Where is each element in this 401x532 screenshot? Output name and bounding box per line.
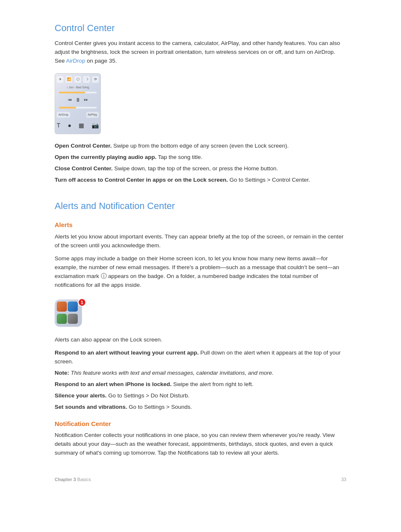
alerts-body-3: Alerts can also appear on the Lock scree… xyxy=(55,336,346,344)
notification-center-body: Notification Center collects your notifi… xyxy=(55,431,346,458)
folder-app-2 xyxy=(68,302,78,312)
cc-prev-btn: ⏮ xyxy=(68,97,72,103)
alerts-instruction-4: Set sounds and vibrations. Go to Setting… xyxy=(55,403,346,412)
page-footer: Chapter 3 Basics 33 xyxy=(0,476,401,483)
alerts-body-1: Alerts let you know about important even… xyxy=(55,233,346,250)
alerts-instruction-3: Silence your alerts. Go to Settings > Do… xyxy=(55,392,346,400)
cc-instruction-3: Close Control Center. Swipe down, tap th… xyxy=(55,164,346,173)
badge-folder-mockup: 1 xyxy=(55,299,85,330)
cc-instruction-1-bold: Open Control Center. xyxy=(55,143,112,149)
folder-app-4 xyxy=(68,314,78,324)
exclamation-mark: ⓘ xyxy=(101,273,108,279)
control-center-instructions: Open Control Center. Swipe up from the b… xyxy=(55,142,346,185)
cc-instruction-3-text: Swipe down, tap the top of the screen, o… xyxy=(114,165,278,172)
control-center-intro: Control Center gives you instant access … xyxy=(55,39,346,66)
cc-instruction-2-text: Tap the song title. xyxy=(158,154,203,160)
cc-transport-controls: ⏮ ⏸ ⏭ xyxy=(68,96,88,104)
alerts-instruction-2-bold: Respond to an alert when iPhone is locke… xyxy=(55,381,171,387)
cc-airplay-btn: AirPlay xyxy=(86,112,99,118)
cc-airdrop-btn: AirDrop xyxy=(57,112,70,118)
cc-instruction-1-text: Swipe up from the bottom edge of any scr… xyxy=(113,143,289,149)
cc-dnd-icon: ☽ xyxy=(83,76,90,83)
footer-chapter-name: Basics xyxy=(77,477,91,482)
intro-text-part2: on page 35. xyxy=(87,58,117,64)
cc-rot-icon: ⟳ xyxy=(92,76,99,83)
alerts-instruction-4-text: Go to Settings > Sounds. xyxy=(129,404,192,410)
control-center-title: Control Center xyxy=(55,21,346,35)
alerts-instruction-2: Respond to an alert when iPhone is locke… xyxy=(55,380,346,389)
alerts-instruction-1: Respond to an alert without leaving your… xyxy=(55,349,346,366)
cc-bottom-icons: T ● ▦ 📷 xyxy=(57,121,99,130)
alerts-instruction-4-bold: Set sounds and vibrations. xyxy=(55,404,127,410)
cc-camera-icon: 📷 xyxy=(92,121,99,130)
alerts-notification-section: Alerts and Notification Center Alerts Al… xyxy=(55,199,346,458)
page-container: Control Center Control Center gives you … xyxy=(0,0,401,495)
cc-instruction-3-bold: Close Control Center. xyxy=(55,165,113,172)
alerts-body-2: Some apps may include a badge on their H… xyxy=(55,254,346,290)
alerts-instruction-2-text: Swipe the alert from right to left. xyxy=(173,381,253,387)
cc-instruction-4: Turn off access to Control Center in app… xyxy=(55,176,346,185)
cc-flashlight-icon: T xyxy=(57,121,61,130)
alerts-note-text: This feature works with text and email m… xyxy=(71,370,273,376)
cc-brightness-slider xyxy=(59,92,97,93)
badge-number: 1 xyxy=(78,298,86,307)
cc-clock-icon: ● xyxy=(68,121,71,130)
cc-play-btn: ⏸ xyxy=(75,96,81,104)
cc-calc-icon: ▦ xyxy=(79,121,84,130)
cc-next-btn: ⏭ xyxy=(84,97,88,103)
alerts-notification-title: Alerts and Notification Center xyxy=(55,199,346,213)
cc-bt-icon: ⬡ xyxy=(74,76,81,83)
cc-instruction-2-bold: Open the currently playing audio app. xyxy=(55,154,156,160)
cc-airplane-icon: ✈ xyxy=(57,76,63,83)
alerts-instruction-3-text: Go to Settings > Do Not Disturb. xyxy=(108,392,190,399)
footer-page-number: 33 xyxy=(341,476,346,483)
cc-instruction-2: Open the currently playing audio app. Ta… xyxy=(55,153,346,162)
control-center-section: Control Center Control Center gives you … xyxy=(55,21,346,184)
cc-volume-slider xyxy=(59,107,97,109)
notification-center-subtitle: Notification Center xyxy=(55,419,346,429)
alerts-note-bold: Note: xyxy=(55,370,69,376)
control-center-screenshot: ✈ 📶 ⬡ ☽ ⟳ ♪ Jon - Bad Song ⏮ ⏸ ⏭ AirDrop… xyxy=(55,73,101,134)
folder-app-1 xyxy=(57,302,67,312)
cc-instruction-4-text: Go to Settings > Control Center. xyxy=(230,177,310,183)
alerts-instruction-3-bold: Silence your alerts. xyxy=(55,392,107,399)
folder-app-3 xyxy=(57,314,67,324)
cc-song-info: ♪ Jon - Bad Song xyxy=(57,85,99,90)
airdrop-link[interactable]: AirDrop xyxy=(66,58,85,64)
alerts-note: Note: This feature works with text and e… xyxy=(55,369,346,378)
alerts-instruction-1-bold: Respond to an alert without leaving your… xyxy=(55,349,199,356)
cc-airdrop-airplay-row: AirDrop AirPlay xyxy=(57,112,99,118)
cc-wifi-icon: 📶 xyxy=(66,76,72,83)
cc-top-icons: ✈ 📶 ⬡ ☽ ⟳ xyxy=(57,76,99,83)
cc-instruction-4-bold: Turn off access to Control Center in app… xyxy=(55,177,228,183)
cc-instruction-1: Open Control Center. Swipe up from the b… xyxy=(55,142,346,151)
alerts-subtitle: Alerts xyxy=(55,220,346,230)
footer-chapter-label: Chapter 3 xyxy=(55,477,76,482)
footer-chapter: Chapter 3 Basics xyxy=(55,476,91,483)
